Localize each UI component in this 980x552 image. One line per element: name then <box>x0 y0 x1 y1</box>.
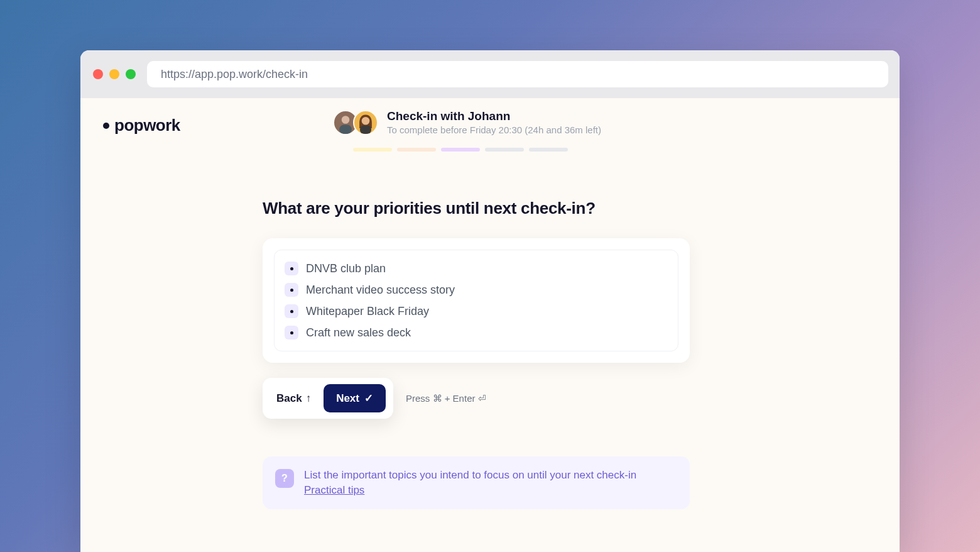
brand-logo-dot-icon <box>103 123 109 129</box>
progress-segment <box>485 148 524 152</box>
back-label: Back <box>276 392 302 405</box>
brand-logo[interactable]: popwork <box>103 116 180 135</box>
window-maximize-icon[interactable] <box>126 69 136 79</box>
priorities-input[interactable]: DNVB club plan Merchant video success st… <box>274 250 678 351</box>
tip-card: ? List the important topics you intend t… <box>263 456 690 509</box>
progress-segment <box>441 148 480 152</box>
address-bar-url: https://app.pop.work/check-in <box>161 68 308 81</box>
progress-segment <box>529 148 568 152</box>
stage: https://app.pop.work/check-in popwork <box>0 0 980 552</box>
question-title: What are your priorities until next chec… <box>263 199 690 218</box>
priority-text: Whitepaper Black Friday <box>306 305 429 318</box>
header-row: Check-in with Johann To complete before … <box>333 109 760 135</box>
avatar <box>353 110 378 135</box>
list-item[interactable]: Craft new sales deck <box>283 322 669 343</box>
priority-text: Craft new sales deck <box>306 326 411 339</box>
header-text: Check-in with Johann To complete before … <box>387 109 601 135</box>
window-minimize-icon[interactable] <box>109 69 119 79</box>
keyboard-shortcut-hint: Press ⌘ + Enter ⏎ <box>406 393 486 404</box>
content: What are your priorities until next chec… <box>263 199 690 509</box>
answer-card: DNVB club plan Merchant video success st… <box>263 238 690 363</box>
nav-row: Back ↑ Next ✓ Press ⌘ + Enter ⏎ <box>263 378 690 419</box>
practical-tips-link[interactable]: Practical tips <box>304 483 636 498</box>
app-body: popwork <box>80 98 900 552</box>
progress-segment <box>397 148 436 152</box>
avatar-stack <box>333 110 378 135</box>
brand-name: popwork <box>114 116 180 135</box>
shortcut-keys: ⌘ + Enter ⏎ <box>433 393 486 404</box>
person-icon <box>354 110 377 135</box>
check-icon: ✓ <box>364 392 373 405</box>
progress-segment <box>353 148 392 152</box>
svg-point-2 <box>362 117 370 125</box>
help-icon: ? <box>275 469 294 488</box>
browser-window: https://app.pop.work/check-in popwork <box>80 50 900 552</box>
list-item[interactable]: Merchant video success story <box>283 279 669 301</box>
priority-text: DNVB club plan <box>306 262 386 275</box>
back-button[interactable]: Back ↑ <box>270 387 317 410</box>
priority-text: Merchant video success story <box>306 284 455 297</box>
svg-point-0 <box>342 116 350 124</box>
list-item[interactable]: Whitepaper Black Friday <box>283 301 669 322</box>
checkin-title: Check-in with Johann <box>387 109 601 123</box>
progress-bar <box>353 148 760 152</box>
checkin-deadline: To complete before Friday 20:30 (24h and… <box>387 124 601 135</box>
list-item[interactable]: DNVB club plan <box>283 258 669 279</box>
checkin-header: Check-in with Johann To complete before … <box>333 109 760 152</box>
arrow-up-icon: ↑ <box>306 392 312 405</box>
shortcut-prefix: Press <box>406 393 433 404</box>
next-button[interactable]: Next ✓ <box>324 384 386 412</box>
window-controls <box>93 69 136 79</box>
svg-rect-3 <box>360 125 371 134</box>
svg-rect-1 <box>339 124 352 133</box>
window-close-icon[interactable] <box>93 69 103 79</box>
bullet-icon <box>285 304 298 318</box>
next-label: Next <box>336 392 359 405</box>
bullet-icon <box>285 283 298 297</box>
bullet-icon <box>285 262 298 275</box>
tip-text-block: List the important topics you intend to … <box>304 468 636 498</box>
nav-card: Back ↑ Next ✓ <box>263 378 393 419</box>
browser-chrome: https://app.pop.work/check-in <box>80 50 900 98</box>
bullet-icon <box>285 326 298 339</box>
address-bar[interactable]: https://app.pop.work/check-in <box>147 61 888 87</box>
tip-text: List the important topics you intend to … <box>304 468 636 483</box>
